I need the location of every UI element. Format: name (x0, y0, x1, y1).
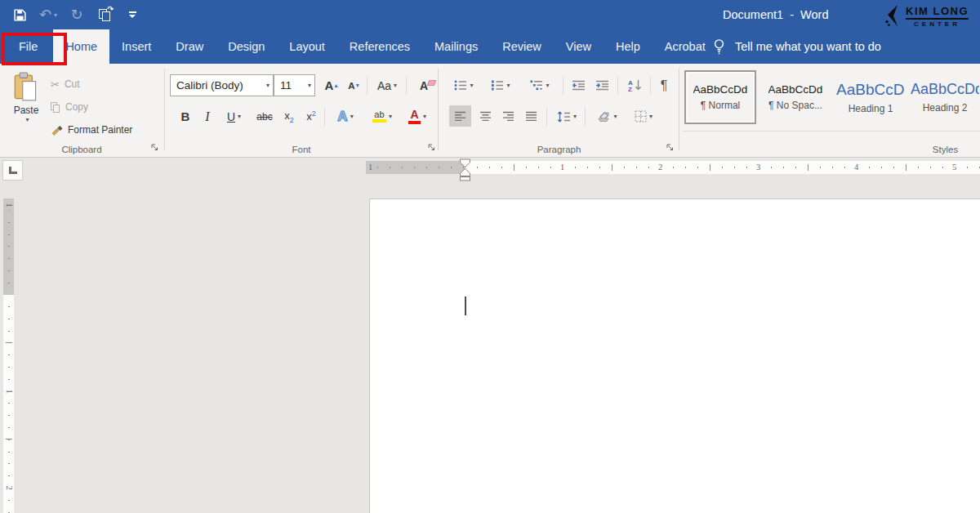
multilevel-list-button[interactable]: ▾ (521, 74, 559, 96)
align-center-button[interactable] (474, 105, 497, 127)
bullets-dropdown-icon[interactable]: ▾ (470, 82, 473, 89)
increase-indent-button[interactable] (591, 74, 613, 96)
shading-icon (596, 110, 611, 123)
tab-file[interactable]: File (3, 29, 53, 64)
h-ruler-content[interactable]: 12345 (466, 161, 980, 174)
subscript-button[interactable]: x2 (278, 105, 300, 127)
change-case-button[interactable]: Aa▾ (372, 74, 402, 96)
font-color-button[interactable]: A▾ (401, 105, 434, 127)
strikethrough-button[interactable]: abc (252, 105, 277, 127)
numbering-button[interactable]: ▾ (483, 74, 518, 96)
clear-formatting-button[interactable]: A (412, 74, 436, 96)
underline-button[interactable]: U▾ (219, 105, 249, 127)
pilcrow-icon: ¶ (661, 78, 668, 93)
save-button[interactable] (11, 4, 28, 25)
document-page[interactable] (369, 199, 980, 513)
shading-dropdown-icon[interactable]: ▾ (613, 113, 617, 120)
borders-dropdown-icon[interactable]: ▾ (649, 113, 653, 120)
customize-qat-button[interactable] (124, 4, 140, 25)
change-case-icon: Aa (377, 79, 391, 92)
superscript-button[interactable]: x2 (300, 105, 323, 127)
tab-design[interactable]: Design (216, 29, 277, 64)
text-effects-button[interactable]: A▾ (329, 105, 362, 127)
borders-button[interactable]: ▾ (626, 105, 661, 127)
font-family-dropdown-icon[interactable]: ▾ (266, 82, 270, 89)
left-indent-marker[interactable] (461, 177, 470, 181)
shrink-font-button[interactable]: A▾ (344, 74, 363, 96)
sort-button[interactable]: A Z (622, 74, 647, 96)
indent-markers[interactable] (458, 158, 473, 181)
tab-references[interactable]: References (337, 29, 422, 64)
text-effects-dropdown-icon[interactable]: ▾ (350, 113, 354, 120)
undo-button[interactable]: ↶▾ (39, 4, 57, 25)
hanging-indent-marker[interactable] (461, 169, 470, 176)
tab-mailings[interactable]: Mailings (422, 29, 490, 64)
paste-dropdown-icon[interactable]: ▾ (25, 116, 29, 123)
tab-help[interactable]: Help (604, 29, 653, 64)
underline-dropdown-icon[interactable]: ▾ (238, 113, 241, 120)
separator (324, 107, 325, 126)
numbering-dropdown-icon[interactable]: ▾ (506, 82, 510, 89)
decrease-indent-icon (572, 80, 586, 91)
clipboard-dialog-launcher[interactable] (149, 141, 160, 153)
font-size-combo[interactable]: 11 ▾ (274, 74, 315, 96)
separator (406, 76, 407, 95)
numbering-icon (491, 80, 504, 91)
bullets-button[interactable]: ▾ (448, 74, 480, 96)
first-line-indent-marker[interactable] (461, 159, 470, 167)
strikethrough-icon: abc (256, 111, 272, 123)
justify-button[interactable] (520, 105, 542, 127)
format-painter-button[interactable]: Format Painter (51, 121, 132, 139)
undo-icon: ↶ (39, 7, 51, 22)
font-color-dropdown-icon[interactable]: ▾ (423, 113, 426, 120)
style-no-spacing[interactable]: AaBbCcDd ¶ No Spac... (760, 70, 831, 124)
copy-icon: ↷ (99, 9, 110, 21)
v-ruler-content[interactable]: 12 (3, 295, 14, 513)
styles-gallery-divider (683, 131, 980, 132)
align-right-button[interactable] (497, 105, 519, 127)
align-left-button[interactable] (449, 105, 471, 127)
text-cursor (465, 297, 466, 315)
paste-button[interactable]: Paste ▾ (7, 72, 46, 134)
font-family-combo[interactable]: Calibri (Body) ▾ (170, 74, 274, 96)
decrease-indent-button[interactable] (568, 74, 590, 96)
tell-me-box[interactable]: Tell me what you want to do (712, 29, 881, 64)
v-ruler-margin[interactable]: 1 (3, 199, 14, 295)
tab-stop-selector[interactable] (2, 160, 23, 181)
shading-button[interactable]: ▾ (590, 105, 623, 127)
paragraph-dialog-launcher[interactable] (664, 141, 675, 153)
tab-home[interactable]: Home (53, 29, 109, 64)
text-highlight-button[interactable]: ab▾ (365, 105, 399, 127)
line-spacing-button[interactable]: ▾ (552, 105, 581, 127)
tab-acrobat[interactable]: Acrobat (653, 29, 718, 64)
ribbon: Paste ▾ ✂ Cut Copy Format Painter Clipbo… (0, 64, 980, 158)
paragraph-group-label: Paragraph (439, 145, 679, 154)
tab-draw[interactable]: Draw (163, 29, 216, 64)
show-hide-marks-button[interactable]: ¶ (653, 74, 675, 96)
ruler-number: 1 (367, 162, 374, 172)
bold-button[interactable]: B (175, 105, 196, 127)
subscript-icon: x2 (284, 109, 294, 124)
tab-insert[interactable]: Insert (109, 29, 163, 64)
tab-review[interactable]: Review (490, 29, 554, 64)
font-dialog-launcher[interactable] (425, 141, 437, 153)
grow-font-button[interactable]: A▴ (320, 74, 342, 96)
shrink-font-icon: A (348, 81, 354, 91)
italic-button[interactable]: I (198, 105, 217, 127)
tab-view[interactable]: View (554, 29, 604, 64)
line-spacing-dropdown-icon[interactable]: ▾ (573, 113, 577, 120)
undo-dropdown-icon[interactable]: ▾ (54, 11, 57, 19)
ruler-number: 2 (4, 483, 14, 493)
style-heading-1[interactable]: AaBbCcDd Heading 1 (835, 70, 906, 124)
ruler-ticks (466, 161, 980, 174)
multilevel-dropdown-icon[interactable]: ▾ (546, 82, 549, 89)
style-heading-2[interactable]: AaBbCcDd Heading 2 (910, 70, 980, 124)
highlight-dropdown-icon[interactable]: ▾ (389, 113, 392, 120)
h-ruler-margin[interactable]: 1 (366, 161, 466, 174)
ruler-ticks (366, 161, 466, 174)
copy-button-qat[interactable]: ↷ (96, 4, 113, 25)
style-normal[interactable]: AaBbCcDd ¶ Normal (684, 70, 756, 124)
font-size-dropdown-icon[interactable]: ▾ (308, 82, 311, 89)
tab-layout[interactable]: Layout (277, 29, 337, 64)
redo-button[interactable]: ↻ (69, 4, 85, 25)
